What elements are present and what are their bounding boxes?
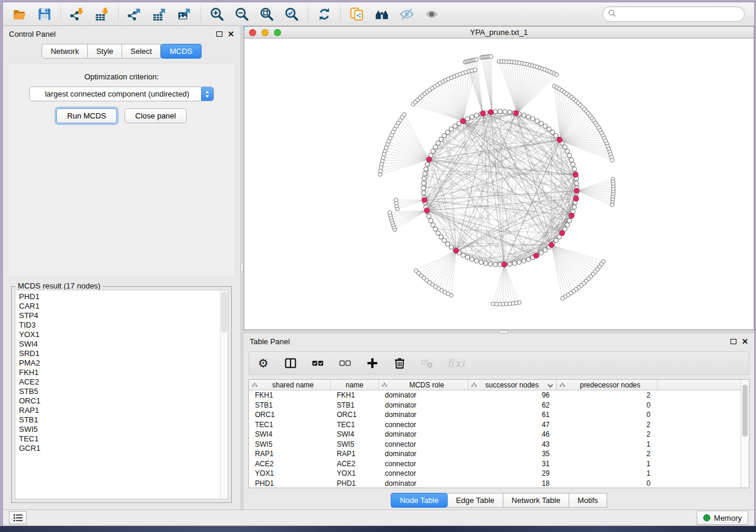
result-node-item[interactable]: FKH1: [19, 368, 216, 377]
result-node-item[interactable]: TEC1: [19, 434, 216, 444]
export-table-button[interactable]: [149, 5, 170, 24]
column-layout-button[interactable]: [283, 355, 298, 371]
hierarchy-icon: [251, 382, 258, 387]
hide-selected-eye-button[interactable]: [396, 5, 417, 24]
zoom-selected-button[interactable]: [281, 5, 302, 24]
search-box[interactable]: [602, 7, 745, 22]
zoom-selected-icon: [284, 7, 299, 22]
open-folder-button[interactable]: [9, 5, 30, 24]
tab-network-table[interactable]: Network Table: [503, 493, 569, 508]
network-canvas[interactable]: [244, 39, 754, 329]
cell-name: ACE2: [331, 459, 379, 469]
table-row[interactable]: RAP1RAP1dominator352: [249, 449, 741, 459]
cell-MCDS-role: connector: [379, 440, 468, 450]
table-row[interactable]: FKH1FKH1dominator962: [249, 390, 741, 400]
close-panel-button[interactable]: Close panel: [125, 108, 187, 123]
cell-successor-nodes: 62: [468, 400, 557, 411]
network-window: YPA_prune.txt_1: [244, 26, 754, 330]
memory-button[interactable]: Memory: [697, 511, 748, 525]
scrollbar-thumb[interactable]: [742, 384, 748, 437]
column-header-name[interactable]: name: [331, 380, 379, 390]
table-row[interactable]: PHD1PHD1dominator180: [249, 479, 741, 488]
column-header-shared-name[interactable]: shared name: [249, 380, 331, 390]
table-panel-title: Table Panel: [250, 337, 290, 346]
result-node-item[interactable]: SWI4: [19, 339, 216, 349]
result-node-item[interactable]: PHD1: [19, 292, 216, 302]
result-node-item[interactable]: YOX1: [19, 330, 216, 339]
result-node-item[interactable]: PMA2: [19, 358, 216, 368]
deselect-all-icon: [339, 357, 352, 370]
cell-successor-nodes: 96: [468, 390, 557, 400]
cell-name: TEC1: [331, 420, 379, 430]
table-row[interactable]: TEC1TEC1connector472: [249, 420, 741, 430]
result-node-item[interactable]: ORC1: [19, 396, 216, 406]
result-node-item[interactable]: SWI5: [19, 425, 216, 434]
gear-icon: ⚙: [258, 357, 269, 369]
add-row-button[interactable]: [365, 355, 379, 371]
table-row[interactable]: SWI5SWI5connector431: [249, 440, 741, 450]
column-header-successor-nodes[interactable]: successor nodes: [468, 380, 557, 390]
table-row[interactable]: ACE2ACE2connector311: [249, 459, 741, 469]
column-label: successor nodes: [477, 381, 547, 389]
mcds-list-scrollbar[interactable]: [220, 290, 228, 499]
close-panel-icon[interactable]: ✕: [742, 338, 748, 345]
optimization-value: largest connected component (undirected): [30, 89, 201, 98]
search-input[interactable]: [620, 9, 739, 18]
tab-network[interactable]: Network: [42, 44, 88, 59]
tab-mcds[interactable]: MCDS: [161, 44, 201, 59]
result-node-item[interactable]: RAP1: [19, 406, 216, 415]
close-panel-icon[interactable]: ✕: [228, 30, 234, 38]
deselect-all-button[interactable]: [338, 355, 352, 371]
column-header-MCDS-role[interactable]: MCDS role: [379, 380, 468, 390]
cell-MCDS-role: connector: [379, 420, 468, 430]
refresh-button[interactable]: [314, 5, 335, 24]
result-node-item[interactable]: STP4: [19, 311, 216, 321]
zoom-fit-button[interactable]: [256, 5, 277, 24]
table-toolbar: ⚙f(x): [248, 351, 749, 375]
result-node-item[interactable]: STB1: [19, 415, 216, 425]
clone-network-button[interactable]: [346, 5, 368, 24]
float-panel-icon[interactable]: [216, 31, 222, 37]
tab-style[interactable]: Style: [88, 44, 122, 59]
run-mcds-button[interactable]: Run MCDS: [56, 108, 117, 123]
binoculars-button[interactable]: [371, 5, 393, 24]
import-network-button[interactable]: [66, 5, 88, 24]
tab-node-table[interactable]: Node Table: [391, 493, 448, 508]
cell-shared-name: PHD1: [249, 479, 331, 488]
table-row[interactable]: ORC1ORC1dominator610: [249, 410, 741, 420]
show-all-eye-button[interactable]: [421, 5, 442, 24]
float-panel-icon[interactable]: [731, 339, 736, 344]
cell-name: PHD1: [331, 479, 379, 488]
select-all-button[interactable]: [311, 355, 325, 371]
import-table-button[interactable]: [91, 5, 113, 24]
tab-edge-table[interactable]: Edge Table: [448, 493, 503, 508]
zoom-out-button[interactable]: [231, 5, 253, 24]
task-history-button[interactable]: [9, 511, 27, 524]
zoom-in-button[interactable]: [206, 5, 228, 24]
result-node-item[interactable]: STB5: [19, 387, 216, 396]
export-network-button[interactable]: [124, 5, 145, 24]
result-node-item[interactable]: CAR1: [19, 302, 216, 311]
tab-select[interactable]: Select: [122, 44, 161, 59]
gear-button[interactable]: ⚙: [256, 355, 270, 371]
result-node-item[interactable]: GCR1: [19, 444, 216, 453]
result-node-item[interactable]: TID3: [19, 321, 216, 330]
tab-motifs[interactable]: Motifs: [569, 493, 607, 508]
delete-row-button[interactable]: [393, 355, 407, 371]
table-row[interactable]: SWI4SWI4dominator462: [249, 430, 741, 440]
cell-MCDS-role: dominator: [379, 390, 468, 400]
result-node-item[interactable]: SRD1: [19, 349, 216, 358]
open-folder-icon: [12, 7, 27, 22]
cell-shared-name: RAP1: [249, 449, 331, 459]
column-header-predecessor-nodes[interactable]: predecessor nodes: [557, 380, 658, 390]
result-node-item[interactable]: ACE2: [19, 377, 216, 387]
mcds-result-title: MCDS result (17 nodes): [15, 281, 103, 290]
save-button[interactable]: [34, 5, 55, 24]
table-scrollbar[interactable]: [741, 380, 749, 488]
status-bar: Memory: [3, 509, 754, 525]
table-row[interactable]: YOX1YOX1connector291: [249, 469, 741, 479]
table-row[interactable]: STB1STB1dominator620: [249, 400, 741, 411]
optimization-dropdown[interactable]: largest connected component (undirected): [29, 86, 214, 101]
export-image-button[interactable]: [174, 5, 195, 24]
column-label: MCDS role: [388, 381, 465, 389]
